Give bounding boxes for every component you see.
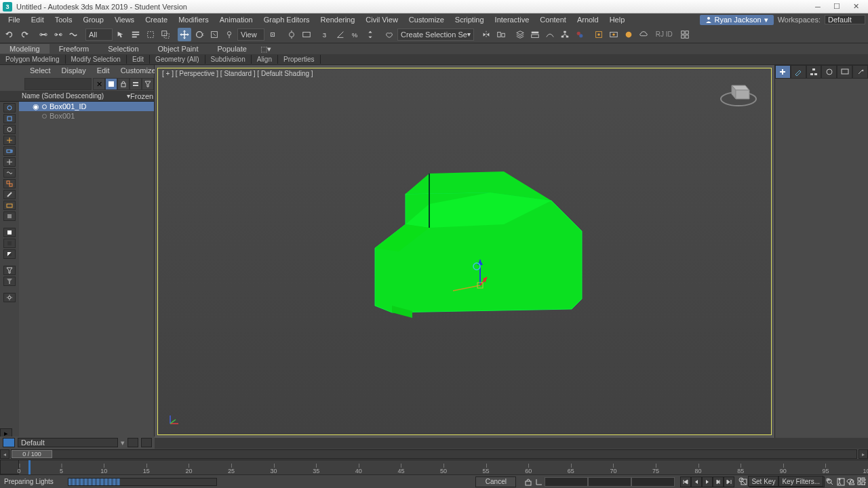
curve-editor-button[interactable]	[543, 28, 557, 41]
se-filter-bone-icon[interactable]	[3, 190, 16, 199]
cmd-tab-display[interactable]	[837, 65, 852, 79]
ribbon-sec-subdiv[interactable]: Subdivision	[205, 55, 252, 64]
ts-next-button[interactable]: ▸	[859, 449, 868, 459]
goto-end-button[interactable]	[724, 476, 734, 487]
se-filter-all-icon[interactable]	[3, 103, 16, 113]
se-item[interactable]: Box001	[19, 111, 154, 121]
menu-customize[interactable]: Customize	[403, 16, 450, 24]
select-place-button[interactable]	[222, 28, 236, 41]
y-field[interactable]	[588, 477, 631, 487]
ribbon-tab-toggle[interactable]: ⬚▾	[256, 44, 275, 54]
ribbon-tab-populate[interactable]: Populate	[208, 44, 256, 54]
menu-grapheditors[interactable]: Graph Editors	[258, 16, 315, 24]
menu-animation[interactable]: Animation	[214, 16, 258, 24]
se-filter-hidden2-icon[interactable]	[3, 277, 16, 286]
ribbon-sec-properties[interactable]: Properties	[278, 55, 321, 64]
x-field[interactable]	[545, 477, 588, 487]
ribbon-tab-objectpaint[interactable]: Object Paint	[149, 44, 208, 54]
se-filter-button-1[interactable]	[130, 78, 142, 90]
menu-help[interactable]: Help	[604, 16, 631, 24]
se-filter-container-icon[interactable]	[3, 201, 16, 210]
schematic-view-button[interactable]	[558, 28, 572, 41]
se-filter-button-2[interactable]	[142, 78, 154, 90]
maximize-button[interactable]: ☐	[827, 1, 846, 12]
se-display-all-icon[interactable]	[3, 239, 16, 248]
render-frame-button[interactable]	[607, 28, 620, 41]
scene-object[interactable]	[361, 163, 599, 360]
nav-maximize-button[interactable]	[856, 476, 867, 487]
align-button[interactable]	[494, 28, 508, 41]
cancel-button[interactable]: Cancel	[475, 476, 516, 487]
cmd-tab-create[interactable]	[775, 65, 791, 79]
layer-btn-1[interactable]	[127, 438, 138, 447]
ts-handle[interactable]: 0 / 100	[12, 450, 52, 458]
z-field[interactable]	[631, 477, 675, 487]
keyboard-shortcut-button[interactable]	[300, 28, 313, 41]
menu-civilview[interactable]: Civil View	[360, 16, 403, 24]
track-left-button[interactable]	[0, 460, 19, 474]
render-setup-button[interactable]	[592, 28, 606, 41]
layer-explorer-button[interactable]	[513, 28, 527, 41]
unlink-button[interactable]	[52, 28, 65, 41]
ribbon-tab-selection[interactable]: Selection	[98, 44, 148, 54]
se-lock-button[interactable]	[117, 78, 130, 90]
minimize-button[interactable]: ─	[808, 1, 827, 12]
undo-button[interactable]	[3, 28, 16, 41]
se-col-frozen[interactable]: ▾ Frozen	[124, 92, 154, 100]
menu-arnold[interactable]: Arnold	[572, 16, 604, 24]
se-filter-frozen-icon[interactable]	[3, 211, 16, 221]
nav-pan-button[interactable]	[823, 476, 834, 487]
se-display-none-icon[interactable]	[3, 228, 16, 237]
selection-filter-combo[interactable]: All	[85, 28, 113, 41]
ribbon-tab-modeling[interactable]: Modeling	[0, 44, 50, 54]
selection-lock-button[interactable]	[523, 476, 534, 487]
select-by-name-button[interactable]	[129, 28, 142, 41]
layer-color-swatch[interactable]	[3, 438, 15, 447]
prev-frame-button[interactable]	[691, 476, 702, 487]
menu-views[interactable]: Views	[109, 16, 140, 24]
pivot-center-button[interactable]	[266, 28, 279, 41]
key-big-button[interactable]	[737, 476, 748, 487]
cmd-tab-motion[interactable]	[821, 65, 837, 79]
keyfilters-button[interactable]: Key Filters...	[778, 476, 823, 487]
ribbon-sec-edit[interactable]: Edit	[127, 55, 150, 64]
snap-toggle-button[interactable]: 3	[319, 28, 332, 41]
angle-snap-button[interactable]	[334, 28, 347, 41]
menu-scripting[interactable]: Scripting	[450, 16, 490, 24]
menu-content[interactable]: Content	[534, 16, 572, 24]
menu-create[interactable]: Create	[140, 16, 173, 24]
render-cloud-button[interactable]	[637, 28, 650, 41]
se-filter-shapes-icon[interactable]	[3, 125, 16, 134]
render-production-button[interactable]	[622, 28, 635, 41]
mirror-button[interactable]	[479, 28, 493, 41]
ribbon-sec-geometry[interactable]: Geometry (All)	[150, 55, 205, 64]
se-filter-cameras-icon[interactable]	[3, 146, 16, 156]
goto-start-button[interactable]	[680, 476, 691, 487]
se-filter-lights-icon[interactable]	[3, 136, 16, 145]
se-clear-search-button[interactable]: ✕	[93, 78, 105, 90]
layer-btn-2[interactable]	[141, 438, 152, 447]
se-col-name[interactable]: Name (Sorted Descending)	[19, 92, 124, 100]
se-filter-geometry-icon[interactable]	[3, 114, 16, 123]
ribbon-sec-align[interactable]: Align	[252, 55, 278, 64]
menu-interactive[interactable]: Interactive	[490, 16, 535, 24]
se-filter-helpers-icon[interactable]	[3, 157, 16, 167]
se-menu-edit[interactable]: Edit	[92, 65, 115, 77]
link-button[interactable]	[37, 28, 50, 41]
viewport[interactable]: [ + ] [ Perspective ] [ Standard ] [ Def…	[157, 68, 772, 435]
rect-select-button[interactable]	[144, 28, 157, 41]
layer-combo[interactable]: Default	[18, 438, 118, 447]
redo-button[interactable]	[18, 28, 31, 41]
cmd-tab-utilities[interactable]	[852, 65, 868, 79]
named-selset-combo[interactable]: Create Selection Se▾	[397, 28, 474, 41]
se-filter-hidden-icon[interactable]	[3, 266, 16, 275]
next-frame-button[interactable]	[713, 476, 724, 487]
ts-track[interactable]: 0 / 100	[11, 449, 857, 459]
menu-file[interactable]: File	[3, 16, 26, 24]
menu-edit[interactable]: Edit	[26, 16, 50, 24]
ribbon-sec-modify[interactable]: Modify Selection	[66, 55, 127, 64]
menu-modifiers[interactable]: Modifiers	[173, 16, 214, 24]
user-signin-button[interactable]: Ryan Jackson▾	[700, 15, 774, 25]
viewport-layout-button[interactable]	[678, 28, 692, 41]
ts-prev-button[interactable]: ◂	[0, 449, 9, 459]
